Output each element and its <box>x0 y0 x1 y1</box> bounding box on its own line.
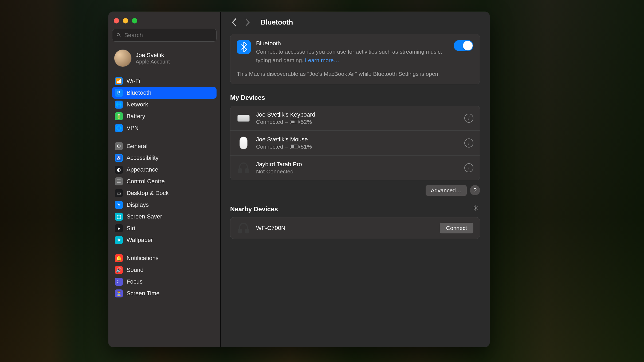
accessibility-icon: ♿ <box>115 154 123 162</box>
connect-button[interactable]: Connect <box>440 223 473 233</box>
sidebar-item-label: Sound <box>127 266 144 273</box>
sidebar-item-appearance[interactable]: ◐ Appearance <box>112 164 217 176</box>
discoverable-text: This Mac is discoverable as "Joe's MacBo… <box>237 70 473 78</box>
sidebar-item-label: Accessibility <box>127 154 159 161</box>
network-icon: 🌐 <box>115 101 123 109</box>
nearby-devices-list: WF-C700N Connect <box>230 217 480 239</box>
sidebar-item-label: Control Centre <box>127 178 165 185</box>
desktop-dock-icon: ▭ <box>115 189 123 197</box>
content-header: Bluetooth <box>230 18 480 26</box>
screen-saver-icon: ▢ <box>115 213 123 221</box>
sidebar-item-wi-fi[interactable]: 📶 Wi-Fi <box>112 75 217 87</box>
bluetooth-card: Bluetooth Connect to accessories you can… <box>230 34 480 84</box>
appearance-icon: ◐ <box>115 166 123 174</box>
spinner-icon <box>473 205 480 213</box>
sidebar-item-displays[interactable]: ☀ Displays <box>112 199 217 211</box>
nearby-devices-title: Nearby Devices <box>230 205 278 213</box>
sidebar-item-label: Appearance <box>127 166 158 173</box>
sidebar-item-label: Focus <box>127 278 143 285</box>
forward-button[interactable] <box>244 19 252 26</box>
siri-icon: ● <box>115 224 123 232</box>
focus-icon: ☾ <box>115 278 123 286</box>
sidebar-item-sound[interactable]: 🔊 Sound <box>112 264 217 276</box>
sidebar-item-network[interactable]: 🌐 Network <box>112 99 217 110</box>
bluetooth-toggle[interactable] <box>454 40 473 51</box>
sidebar-item-accessibility[interactable]: ♿ Accessibility <box>112 152 217 164</box>
search-box[interactable] <box>112 29 217 42</box>
my-devices-list: Joe Svetlik's Keyboard Connected – 52% i… <box>230 106 480 180</box>
search-input[interactable] <box>124 32 213 39</box>
displays-icon: ☀ <box>115 201 123 209</box>
sidebar-item-siri[interactable]: ● Siri <box>112 222 217 234</box>
sidebar-item-label: Wallpaper <box>127 237 153 244</box>
advanced-button[interactable]: Advanced… <box>426 185 467 196</box>
sidebar-item-wallpaper[interactable]: ❋ Wallpaper <box>112 234 217 246</box>
sidebar-item-label: Notifications <box>127 255 159 262</box>
system-settings-window: Joe Svetlik Apple Account 📶 Wi-Fi B Blue… <box>108 12 490 347</box>
sidebar-item-label: Screen Saver <box>127 213 162 220</box>
keyboard-icon <box>237 115 250 122</box>
device-status: Connected – 51% <box>256 144 458 150</box>
sidebar-item-screen-time[interactable]: ⏳ Screen Time <box>112 288 217 299</box>
sidebar-item-label: Displays <box>127 201 149 208</box>
bluetooth-desc: Connect to accessories you can use for a… <box>256 47 448 64</box>
device-info-button[interactable]: i <box>464 138 473 148</box>
sidebar-item-control-centre[interactable]: ☰ Control Centre <box>112 176 217 187</box>
close-window-button[interactable] <box>114 18 119 23</box>
device-row[interactable]: Joe Svetlik's Mouse Connected – 51% i <box>230 131 480 156</box>
sidebar-item-vpn[interactable]: 🌐 VPN <box>112 122 217 134</box>
device-info-button[interactable]: i <box>464 163 473 172</box>
control-centre-icon: ☰ <box>115 177 123 185</box>
sidebar-item-screen-saver[interactable]: ▢ Screen Saver <box>112 211 217 222</box>
sidebar: Joe Svetlik Apple Account 📶 Wi-Fi B Blue… <box>108 12 221 347</box>
nearby-device-row: WF-C700N Connect <box>230 217 480 239</box>
sidebar-item-notifications[interactable]: 🔔 Notifications <box>112 252 217 264</box>
sidebar-item-label: General <box>127 143 147 150</box>
sidebar-item-general[interactable]: ⚙ General <box>112 140 217 152</box>
sidebar-item-label: Bluetooth <box>127 89 151 96</box>
battery-icon <box>290 120 299 124</box>
sidebar-item-label: Battery <box>127 113 145 120</box>
sound-icon: 🔊 <box>115 266 123 274</box>
sidebar-item-label: Wi-Fi <box>127 78 140 85</box>
account-name: Joe Svetlik <box>136 52 170 59</box>
window-controls <box>112 17 217 29</box>
device-name: WF-C700N <box>256 225 434 232</box>
sidebar-item-focus[interactable]: ☾ Focus <box>112 276 217 288</box>
bluetooth-icon: B <box>115 89 123 97</box>
headphones-icon <box>238 223 249 233</box>
fullscreen-window-button[interactable] <box>132 18 137 23</box>
device-name: Joe Svetlik's Keyboard <box>256 111 458 118</box>
avatar <box>114 50 131 67</box>
sidebar-item-desktop-dock[interactable]: ▭ Desktop & Dock <box>112 187 217 199</box>
sidebar-item-battery[interactable]: 🔋 Battery <box>112 110 217 122</box>
account-sub: Apple Account <box>136 59 170 65</box>
device-status: Not Connected <box>256 168 458 175</box>
screen-time-icon: ⏳ <box>115 289 123 297</box>
device-name: Joe Svetlik's Mouse <box>256 136 458 143</box>
general-icon: ⚙ <box>115 142 123 150</box>
account-row[interactable]: Joe Svetlik Apple Account <box>112 47 217 73</box>
learn-more-link[interactable]: Learn more… <box>305 57 339 63</box>
mouse-icon <box>239 137 248 149</box>
search-icon <box>116 32 121 38</box>
minimize-window-button[interactable] <box>123 18 128 23</box>
back-button[interactable] <box>230 19 238 26</box>
device-row[interactable]: Jaybird Tarah Pro Not Connected i <box>230 156 480 180</box>
sidebar-item-bluetooth[interactable]: B Bluetooth <box>112 87 217 99</box>
device-row[interactable]: Joe Svetlik's Keyboard Connected – 52% i <box>230 106 480 131</box>
device-info-button[interactable]: i <box>464 114 473 123</box>
sidebar-item-label: Network <box>127 101 148 108</box>
page-title: Bluetooth <box>261 18 293 26</box>
battery-icon: 🔋 <box>115 112 123 120</box>
device-name: Jaybird Tarah Pro <box>256 161 458 168</box>
help-button[interactable]: ? <box>470 185 480 195</box>
device-status: Connected – 52% <box>256 119 458 125</box>
battery-icon <box>290 145 299 149</box>
headphones-icon <box>238 162 249 173</box>
wallpaper-icon: ❋ <box>115 236 123 244</box>
bluetooth-icon <box>237 40 251 54</box>
content-pane: Bluetooth Bluetooth Connect to accessori… <box>221 12 490 347</box>
sidebar-item-label: Screen Time <box>127 290 160 297</box>
sidebar-item-label: Desktop & Dock <box>127 190 169 197</box>
